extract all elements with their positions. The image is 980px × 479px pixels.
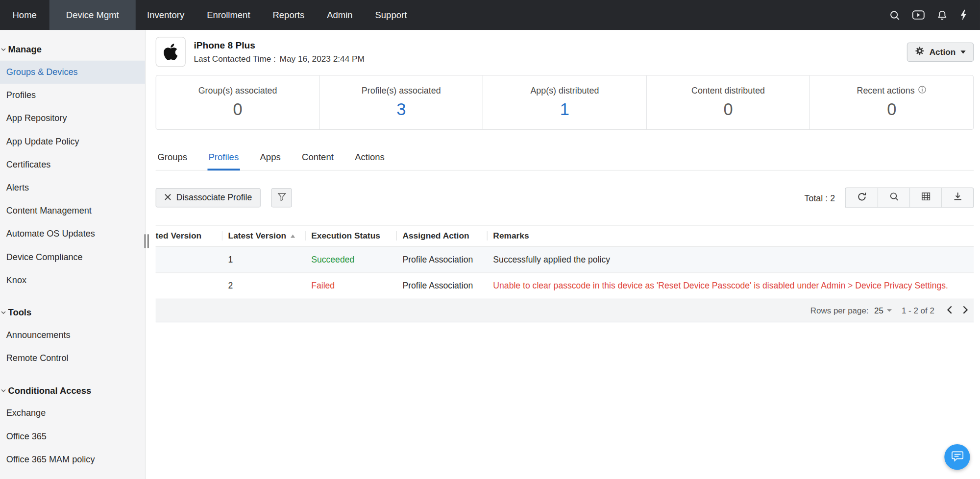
column-header-execution-status[interactable]: Execution Status (306, 225, 397, 246)
rows-per-page-value: 25 (874, 306, 883, 315)
disassociate-profile-button[interactable]: Disassociate Profile (156, 188, 261, 208)
sidebar-item-content-management[interactable]: Content Management (0, 199, 145, 222)
rows-per-page-select[interactable]: 25 (874, 306, 891, 315)
gear-icon (915, 46, 924, 57)
search-icon[interactable] (889, 10, 900, 21)
nav-item-reports[interactable]: Reports (261, 0, 316, 30)
pager (947, 305, 968, 316)
cell-execution-status: Succeeded (306, 255, 397, 264)
chevron-down-icon (960, 50, 965, 53)
sidebar: Manage Groups & Devices Profiles App Rep… (0, 30, 146, 479)
table-header-row: ted Version Latest Version Execution Sta… (156, 225, 974, 247)
sidebar-item-office-365[interactable]: Office 365 (0, 425, 145, 448)
sidebar-section-manage: Manage Groups & Devices Profiles App Rep… (0, 38, 145, 292)
sidebar-item-app-update-policy[interactable]: App Update Policy (0, 130, 145, 153)
column-header-label: Execution Status (311, 231, 380, 240)
rows-per-page: Rows per page: 25 (810, 306, 892, 315)
sidebar-header-manage[interactable]: Manage (0, 38, 145, 61)
page-range: 1 - 2 of 2 (902, 306, 934, 315)
sidebar-resize-handle[interactable] (145, 234, 149, 248)
nav-item-support[interactable]: Support (364, 0, 418, 30)
action-button[interactable]: Action (907, 42, 974, 62)
tab-apps[interactable]: Apps (259, 146, 282, 170)
sidebar-item-knox[interactable]: Knox (0, 268, 145, 291)
sidebar-item-alerts[interactable]: Alerts (0, 176, 145, 199)
tab-actions[interactable]: Actions (354, 146, 386, 170)
sidebar-item-certificates[interactable]: Certificates (0, 153, 145, 176)
tab-content[interactable]: Content (300, 146, 335, 170)
sidebar-item-app-repository[interactable]: App Repository (0, 107, 145, 130)
sidebar-header-conditional-access[interactable]: Conditional Access (0, 379, 145, 402)
sidebar-header-label: Manage (8, 43, 42, 56)
sidebar-item-office-365-mam-policy[interactable]: Office 365 MAM policy (0, 448, 145, 471)
column-header-label: Assigned Action (402, 231, 469, 240)
sort-ascending-icon (290, 231, 295, 240)
column-view-button[interactable] (909, 188, 941, 208)
column-header-label: ted Version (156, 231, 201, 240)
sidebar-item-groups-and-devices[interactable]: Groups & Devices (0, 61, 145, 84)
search-button[interactable] (878, 188, 909, 208)
stat-label: Group(s) associated (198, 86, 277, 96)
cell-assigned-action: Profile Association (397, 281, 488, 290)
sidebar-item-announcements[interactable]: Announcements (0, 324, 145, 347)
profiles-table: ted Version Latest Version Execution Sta… (156, 225, 974, 322)
table-row[interactable]: 2 Failed Profile Association Unable to c… (156, 273, 974, 299)
tab-profiles[interactable]: Profiles (207, 146, 240, 170)
column-header-remarks[interactable]: Remarks (488, 225, 974, 246)
filter-button[interactable] (271, 188, 292, 208)
download-icon (953, 192, 962, 204)
toolbar-right: Total : 2 (805, 188, 974, 208)
nav-item-admin[interactable]: Admin (316, 0, 364, 30)
rows-per-page-label: Rows per page: (810, 306, 869, 315)
stat-value-link[interactable]: 3 (396, 100, 406, 120)
nav-item-inventory[interactable]: Inventory (136, 0, 196, 30)
chat-support-button[interactable] (944, 444, 970, 470)
summary-cards: Group(s) associated 0 Profile(s) associa… (156, 75, 974, 130)
sidebar-item-automate-os-updates[interactable]: Automate OS Updates (0, 222, 145, 245)
nav-item-enrollment[interactable]: Enrollment (196, 0, 261, 30)
chevron-down-icon (886, 309, 891, 311)
nav-item-home[interactable]: Home (0, 0, 49, 30)
quick-actions-lightning-icon[interactable] (959, 9, 968, 21)
column-header-distributed-version[interactable]: ted Version (156, 225, 222, 246)
info-icon[interactable] (918, 86, 927, 96)
column-header-label: Remarks (493, 231, 529, 240)
next-page-button[interactable] (962, 305, 968, 316)
chat-bubble-icon (951, 450, 964, 465)
filter-funnel-icon (277, 192, 286, 203)
detail-tabs: Groups Profiles Apps Content Actions (156, 146, 974, 170)
table-action-group (845, 188, 974, 208)
cell-remarks: Successfully applied the policy (488, 255, 974, 264)
sidebar-section-tools: Tools Announcements Remote Control (0, 301, 145, 370)
table-row[interactable]: 1 Succeeded Profile Association Successf… (156, 247, 974, 273)
refresh-button[interactable] (846, 188, 878, 208)
chevron-down-icon (0, 384, 6, 397)
sidebar-item-device-compliance[interactable]: Device Compliance (0, 245, 145, 268)
cell-assigned-action: Profile Association (397, 255, 488, 264)
column-header-assigned-action[interactable]: Assigned Action (397, 225, 488, 246)
notifications-bell-icon[interactable] (937, 9, 948, 21)
last-contacted-label: Last Contacted Time : (194, 54, 276, 64)
export-button[interactable] (941, 188, 973, 208)
nav-item-device-mgmt[interactable]: Device Mgmt (49, 0, 136, 30)
stat-label: Profile(s) associated (362, 86, 441, 96)
table-pagination: Rows per page: 25 1 - 2 of 2 (156, 299, 974, 322)
column-header-label: Latest Version (228, 231, 287, 240)
column-header-latest-version[interactable]: Latest Version (222, 225, 306, 246)
video-tutorials-icon[interactable] (912, 10, 925, 20)
chevron-left-icon (947, 305, 952, 316)
tab-groups[interactable]: Groups (156, 146, 189, 170)
chevron-down-icon (0, 43, 6, 56)
mdm-app: Home Device Mgmt Inventory Enrollment Re… (0, 0, 980, 479)
stat-label: Recent actions (857, 86, 915, 96)
stat-value: 0 (233, 100, 242, 120)
previous-page-button[interactable] (947, 305, 952, 316)
refresh-icon (857, 192, 866, 204)
sidebar-header-label: Tools (8, 306, 32, 319)
sidebar-item-profiles[interactable]: Profiles (0, 84, 145, 107)
sidebar-header-tools[interactable]: Tools (0, 301, 145, 324)
sidebar-item-remote-control[interactable]: Remote Control (0, 347, 145, 370)
stat-value-link[interactable]: 1 (560, 100, 569, 120)
sidebar-item-exchange[interactable]: Exchange (0, 402, 145, 425)
chevron-down-icon (0, 306, 6, 319)
